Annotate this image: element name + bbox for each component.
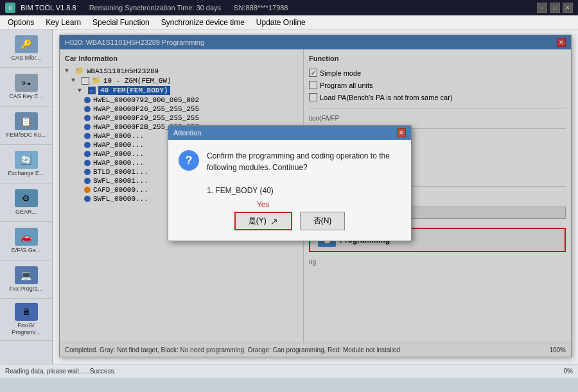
attention-title: Attention [173, 129, 201, 137]
attention-text: Confirm the programming and coding opera… [207, 150, 390, 196]
attention-msg1: Confirm the programming and coding opera… [207, 150, 390, 162]
sidebar: 🔑 CAS Infor... 🗝 CAS Key E... 📋 FEM/BDC … [0, 30, 53, 364]
sidebar-item-fxx-g-prog[interactable]: 🖥 Fxx/G/ Program/... [0, 299, 52, 341]
menu-update[interactable]: Update Online [251, 17, 311, 28]
cas-info-icon: 🔑 [15, 35, 38, 53]
sidebar-item-gear[interactable]: ⚙ GEAR... [0, 183, 52, 222]
sidebar-label-cas-key: CAS Key E... [9, 93, 43, 100]
sidebar-item-efg[interactable]: 🚗 E/F/G Ge... [0, 222, 52, 260]
sidebar-item-fxx-prog[interactable]: 💻 Fxx Progra... [0, 260, 52, 299]
fxx-prog-icon: 💻 [15, 266, 38, 284]
main-layout: 🔑 CAS Infor... 🗝 CAS Key E... 📋 FEM/BDC … [0, 30, 578, 364]
sidebar-item-exchange[interactable]: 🔄 Exchange E... [0, 145, 52, 183]
minimize-btn[interactable]: ─ [537, 3, 547, 13]
menu-keylearn[interactable]: Key Learn [40, 17, 86, 28]
gear-icon: ⚙ [15, 189, 38, 207]
attention-module: 1. FEM_BODY (40) [207, 185, 390, 196]
title-bar-left: B BIM TOOL V1.8.8 Remaining Synchronizat… [5, 3, 288, 13]
sidebar-label-fem-bdc: FEM/BDC Ku... [6, 132, 46, 139]
efg-icon: 🚗 [15, 228, 38, 246]
attention-icon: ? [179, 150, 199, 171]
attention-body: ? Confirm the programming and coding ope… [168, 140, 411, 207]
cas-key-icon: 🗝 [15, 74, 38, 92]
sidebar-label-gear: GEAR... [15, 209, 37, 216]
app-title: BIM TOOL V1.8.8 [21, 4, 76, 12]
sidebar-item-cas-info[interactable]: 🔑 CAS Infor... [0, 30, 52, 68]
yes-wrapper: Yes 是(Y) ↗ [234, 212, 292, 230]
content-area: H020: WBA1S1101H5H23289 Programming ✕ Ca… [53, 30, 578, 364]
cursor-icon: ↗ [270, 216, 278, 226]
sidebar-label-cas-info: CAS Infor... [11, 55, 40, 62]
title-bar: B BIM TOOL V1.8.8 Remaining Synchronizat… [0, 0, 578, 15]
sidebar-label-exchange: Exchange E... [8, 170, 44, 177]
yes-button[interactable]: 是(Y) ↗ [234, 212, 292, 230]
sidebar-item-cas-key[interactable]: 🗝 CAS Key E... [0, 68, 52, 107]
sidebar-label-fxx-prog: Fxx Progra... [10, 285, 43, 293]
yes-label-outer: Yes [257, 200, 270, 209]
bottom-status-text: Reading data, please wait......Success. [5, 368, 116, 375]
attention-msg2: following modules. Continue? [207, 162, 390, 173]
attention-buttons: Yes 是(Y) ↗ 否(N) [168, 207, 411, 241]
attention-overlay: Attention ✕ ? Confirm the programming an… [60, 35, 571, 357]
sidebar-label-efg: E/F/G Ge... [12, 247, 41, 254]
menu-special[interactable]: Special Function [87, 17, 155, 28]
sidebar-label-fxx-g-prog: Fxx/G/ Program/... [3, 322, 49, 336]
close-btn[interactable]: ✕ [563, 3, 573, 13]
menu-options[interactable]: Options [3, 17, 39, 28]
title-bar-controls: ─ □ ✕ [537, 3, 573, 13]
app-icon: B [5, 3, 15, 13]
menu-bar: Options Key Learn Special Function Synch… [0, 15, 578, 30]
yes-btn-label: 是(Y) [249, 216, 267, 226]
sn-text: SN:888****17988 [234, 4, 288, 12]
no-button[interactable]: 否(N) [300, 212, 346, 230]
sync-text: Remaining Synchronization Time: 30 days [89, 4, 221, 12]
menu-sync[interactable]: Synchronize device time [156, 17, 250, 28]
attention-dialog: Attention ✕ ? Confirm the programming an… [168, 125, 412, 241]
fxx-g-prog-icon: 🖥 [15, 303, 38, 321]
attention-close-btn[interactable]: ✕ [397, 128, 406, 137]
sidebar-item-fem-bdc[interactable]: 📋 FEM/BDC Ku... [0, 107, 52, 145]
exchange-icon: 🔄 [15, 151, 38, 169]
maximize-btn[interactable]: □ [550, 3, 560, 13]
no-btn-label: 否(N) [313, 216, 332, 225]
bottom-percent: 0% [564, 368, 573, 375]
fem-bdc-icon: 📋 [15, 112, 38, 130]
attention-titlebar: Attention ✕ [168, 126, 411, 140]
bottom-status: Reading data, please wait......Success. … [0, 364, 578, 378]
prog-window: H020: WBA1S1101H5H23289 Programming ✕ Ca… [59, 35, 572, 357]
